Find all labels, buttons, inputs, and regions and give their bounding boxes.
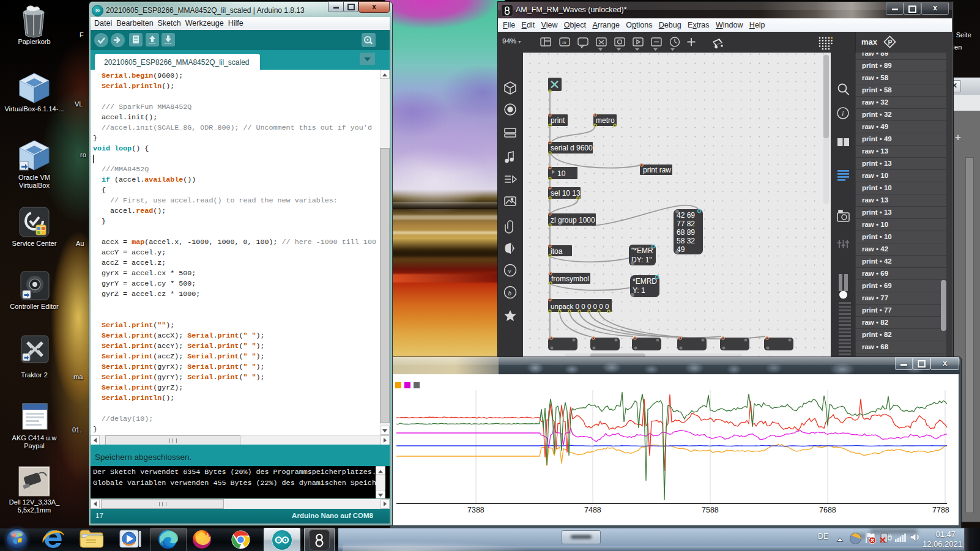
svg-text:*EMRD: *EMRD (633, 277, 657, 286)
svg-text:serial d 9600: serial d 9600 (551, 144, 593, 152)
svg-text:77 82: 77 82 (677, 220, 695, 228)
svg-text:7588: 7588 (702, 506, 719, 514)
svg-text:10: 10 (557, 169, 566, 178)
svg-text:58 32: 58 32 (677, 237, 695, 245)
svg-text:Y: 1: Y: 1 (633, 286, 645, 295)
svg-text:metro: metro (596, 116, 615, 125)
svg-text:unpack 0 0 0 0 0 0: unpack 0 0 0 0 0 0 (551, 302, 609, 310)
svg-text:42 69: 42 69 (677, 211, 695, 220)
svg-text:print: print (551, 116, 565, 125)
svg-text:7688: 7688 (819, 506, 836, 514)
svg-text:m: m (562, 39, 566, 45)
svg-text:v: v (508, 267, 511, 275)
svg-text:"*EMR: "*EMR (631, 246, 653, 255)
svg-text:7388: 7388 (467, 506, 484, 514)
svg-text:7788: 7788 (932, 506, 949, 514)
svg-text:7488: 7488 (584, 506, 601, 514)
svg-text:b: b (508, 289, 512, 297)
svg-text:DY: 1": DY: 1" (631, 256, 652, 264)
svg-text:zl group 1000: zl group 1000 (551, 216, 595, 224)
svg-text:sel 10 13: sel 10 13 (551, 189, 581, 198)
svg-text:i: i (842, 109, 844, 118)
svg-text:fromsymbol: fromsymbol (551, 275, 589, 283)
svg-text:itoa: itoa (551, 247, 563, 256)
svg-text:print raw: print raw (643, 166, 671, 174)
svg-text:68 89: 68 89 (677, 228, 695, 237)
svg-text:P: P (888, 39, 893, 46)
